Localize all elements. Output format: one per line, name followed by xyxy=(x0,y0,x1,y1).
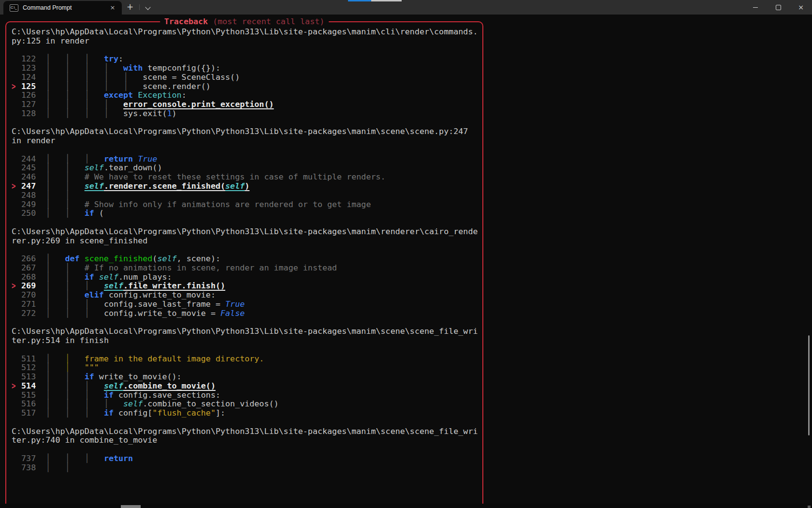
maximize-button[interactable] xyxy=(767,0,789,15)
frame-path-line: rer.py:269 in scene_finished xyxy=(12,236,482,245)
tab-bar: C:\_ Command Prompt × + × xyxy=(0,0,812,15)
frame-path-line: C:\Users\hp\AppData\Local\Programs\Pytho… xyxy=(12,127,482,136)
frame-path-line: C:\Users\hp\AppData\Local\Programs\Pytho… xyxy=(12,227,482,236)
tab-title: Command Prompt xyxy=(23,4,72,11)
vertical-scrollbar-thumb[interactable] xyxy=(808,335,810,435)
code-line: 511 │ │ frame in the default image direc… xyxy=(12,354,482,363)
code-line: 246 │ │ # We have to reset these setting… xyxy=(12,172,482,181)
code-line: 127 │ │ │ │ error_console.print_exceptio… xyxy=(12,100,482,109)
chevron-down-icon xyxy=(145,4,150,10)
traceback-content: C:\Users\hp\AppData\Local\Programs\Pytho… xyxy=(6,22,482,504)
frame-path-line: C:\Users\hp\AppData\Local\Programs\Pytho… xyxy=(12,427,482,436)
minimize-icon xyxy=(753,7,758,8)
code-line: 515 │ │ │ if config.save_sections: xyxy=(12,390,482,400)
frame-path-line: ter.py:740 in combine_to_movie xyxy=(12,435,482,445)
close-icon: × xyxy=(798,0,804,15)
code-line: >269 │ │ │ self.file_writer.finish() xyxy=(12,281,482,290)
top-edge-accent-light xyxy=(371,0,402,1)
traceback-panel: Traceback (most recent call last) C:\Use… xyxy=(5,21,483,504)
blank-line xyxy=(12,418,482,427)
code-line: 516 │ │ │ │ self.combine_to_section_vide… xyxy=(12,399,482,408)
tab-command-prompt[interactable]: C:\_ Command Prompt × xyxy=(3,1,122,15)
terminal-viewport[interactable]: Traceback (most recent call last) C:\Use… xyxy=(0,15,812,504)
code-line: 272 │ │ │ config.write_to_movie = False xyxy=(12,309,482,318)
frame-path-line: py:125 in render xyxy=(12,36,482,45)
top-edge-accent-blue xyxy=(348,0,371,1)
code-line: 267 │ │ # If no animations in scene, ren… xyxy=(12,263,482,272)
code-line: 249 │ │ # Show info only if animations a… xyxy=(12,200,482,209)
blank-line xyxy=(12,245,482,254)
blank-line xyxy=(12,118,482,127)
code-line: 268 │ │ if self.num_plays: xyxy=(12,272,482,282)
bottom-edge-strip xyxy=(0,504,812,508)
maximize-icon xyxy=(776,5,781,10)
tab-dropdown-button[interactable] xyxy=(142,0,154,15)
new-tab-button[interactable]: + xyxy=(124,0,136,15)
code-line: 245 │ │ self.tear_down() xyxy=(12,163,482,172)
code-line: 244 │ │ │ return True xyxy=(12,154,482,164)
frame-path-line: in render xyxy=(12,136,482,145)
code-line: 512 │ │ """ xyxy=(12,363,482,372)
blank-line xyxy=(12,145,482,154)
frame-path-line: C:\Users\hp\AppData\Local\Programs\Pytho… xyxy=(12,27,482,36)
code-line: 123 │ │ │ │ with tempconfig({}): xyxy=(12,63,482,73)
code-line: 250 │ │ if ( xyxy=(12,209,482,218)
code-line: >514 │ │ │ self.combine_to_movie() xyxy=(12,381,482,390)
blank-line xyxy=(12,345,482,354)
code-line: 513 │ │ if write_to_movie(): xyxy=(12,372,482,381)
blank-line xyxy=(12,218,482,227)
bottom-scrollbar-thumb[interactable] xyxy=(121,505,141,508)
code-line: 517 │ │ │ if config["flush_cache"]: xyxy=(12,408,482,418)
code-line: 128 │ │ │ │ sys.exit(1) xyxy=(12,109,482,118)
blank-line xyxy=(12,45,482,55)
code-line: 126 │ │ │ except Exception: xyxy=(12,90,482,100)
code-line: 248 │ │ xyxy=(12,191,482,200)
minimize-button[interactable] xyxy=(744,0,767,15)
tab-close-button[interactable]: × xyxy=(107,1,118,15)
code-line: 738 │ │ xyxy=(12,463,482,472)
frame-path-line: ter.py:514 in finish xyxy=(12,336,482,345)
code-line: >247 │ │ self.renderer.scene_finished(se… xyxy=(12,181,482,191)
code-line: 271 │ │ │ config.save_last_frame = True xyxy=(12,299,482,309)
code-line: 122 │ │ │ try: xyxy=(12,54,482,63)
code-line: >125 │ │ │ │ │ scene.render() xyxy=(12,82,482,91)
tab-divider xyxy=(139,4,140,10)
code-line: 124 │ │ │ │ │ scene = SceneClass() xyxy=(12,73,482,82)
frame-path-line: C:\Users\hp\AppData\Local\Programs\Pytho… xyxy=(12,327,482,336)
close-button[interactable]: × xyxy=(790,0,812,15)
windows-terminal-window: C:\_ Command Prompt × + × Traceback (mos… xyxy=(0,0,812,508)
code-line: 737 │ │ │ return xyxy=(12,454,482,463)
command-prompt-icon: C:\_ xyxy=(10,4,18,12)
blank-line xyxy=(12,445,482,454)
code-line: 270 │ │ elif config.write_to_movie: xyxy=(12,290,482,299)
blank-line xyxy=(12,318,482,327)
bottom-corner-mark xyxy=(808,506,811,508)
code-line: 266 │ def scene_finished(self, scene): xyxy=(12,254,482,263)
